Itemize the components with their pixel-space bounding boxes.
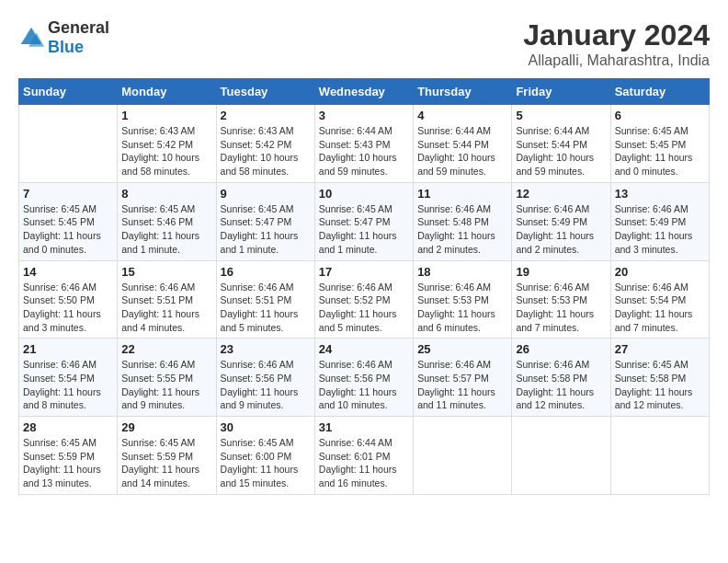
cell-week3-day7: 20Sunrise: 6:46 AM Sunset: 5:54 PM Dayli…	[610, 260, 709, 339]
day-info: Sunrise: 6:45 AM Sunset: 5:59 PM Dayligh…	[23, 436, 113, 490]
cell-week4-day5: 25Sunrise: 6:46 AM Sunset: 5:57 PM Dayli…	[414, 339, 512, 417]
day-number: 26	[516, 342, 606, 356]
day-info: Sunrise: 6:44 AM Sunset: 5:44 PM Dayligh…	[417, 124, 507, 178]
cell-week1-day7: 6Sunrise: 6:45 AM Sunset: 5:45 PM Daylig…	[610, 105, 709, 183]
calendar-table: SundayMondayTuesdayWednesdayThursdayFrid…	[18, 78, 710, 495]
day-number: 11	[417, 187, 507, 201]
cell-week5-day6	[512, 417, 610, 495]
day-number: 20	[615, 265, 705, 279]
header-day-wednesday: Wednesday	[314, 79, 413, 105]
cell-week4-day4: 24Sunrise: 6:46 AM Sunset: 5:56 PM Dayli…	[314, 339, 413, 417]
header-day-tuesday: Tuesday	[216, 79, 314, 105]
day-info: Sunrise: 6:46 AM Sunset: 5:53 PM Dayligh…	[417, 281, 507, 335]
day-number: 19	[516, 265, 606, 279]
day-number: 1	[121, 109, 211, 122]
day-info: Sunrise: 6:44 AM Sunset: 5:43 PM Dayligh…	[319, 124, 409, 178]
logo-text: General Blue	[48, 18, 109, 57]
day-number: 10	[319, 187, 409, 201]
day-number: 5	[516, 109, 606, 122]
cell-week5-day7	[610, 417, 709, 495]
day-number: 23	[221, 342, 311, 356]
day-number: 6	[615, 109, 705, 122]
day-number: 22	[121, 342, 211, 356]
day-info: Sunrise: 6:46 AM Sunset: 5:57 PM Dayligh…	[417, 358, 507, 412]
day-info: Sunrise: 6:46 AM Sunset: 5:55 PM Dayligh…	[121, 358, 211, 412]
day-info: Sunrise: 6:46 AM Sunset: 5:58 PM Dayligh…	[516, 358, 606, 412]
cell-week5-day4: 31Sunrise: 6:44 AM Sunset: 6:01 PM Dayli…	[314, 417, 413, 495]
cell-week1-day5: 4Sunrise: 6:44 AM Sunset: 5:44 PM Daylig…	[414, 105, 512, 183]
cell-week1-day3: 2Sunrise: 6:43 AM Sunset: 5:42 PM Daylig…	[216, 105, 314, 183]
day-info: Sunrise: 6:46 AM Sunset: 5:54 PM Dayligh…	[615, 281, 705, 335]
cell-week4-day3: 23Sunrise: 6:46 AM Sunset: 5:56 PM Dayli…	[216, 339, 314, 417]
day-number: 27	[615, 342, 705, 356]
day-number: 16	[221, 265, 311, 279]
page-header: General Blue January 2024 Allapalli, Mah…	[18, 18, 710, 69]
day-info: Sunrise: 6:46 AM Sunset: 5:52 PM Dayligh…	[319, 281, 409, 335]
day-info: Sunrise: 6:43 AM Sunset: 5:42 PM Dayligh…	[121, 124, 211, 178]
subtitle: Allapalli, Maharashtra, India	[523, 52, 710, 69]
cell-week4-day6: 26Sunrise: 6:46 AM Sunset: 5:58 PM Dayli…	[512, 339, 610, 417]
day-number: 2	[221, 109, 311, 122]
logo-blue: Blue	[48, 38, 84, 56]
day-number: 30	[221, 420, 311, 434]
cell-week2-day5: 11Sunrise: 6:46 AM Sunset: 5:48 PM Dayli…	[414, 182, 512, 260]
day-number: 31	[319, 420, 409, 434]
day-info: Sunrise: 6:45 AM Sunset: 5:45 PM Dayligh…	[615, 124, 705, 178]
week-row-4: 21Sunrise: 6:46 AM Sunset: 5:54 PM Dayli…	[19, 339, 710, 417]
day-info: Sunrise: 6:45 AM Sunset: 5:46 PM Dayligh…	[121, 202, 211, 257]
day-number: 13	[615, 187, 705, 201]
day-info: Sunrise: 6:46 AM Sunset: 5:56 PM Dayligh…	[319, 358, 409, 412]
day-number: 18	[417, 265, 507, 279]
day-info: Sunrise: 6:46 AM Sunset: 5:49 PM Dayligh…	[516, 202, 606, 257]
header-day-monday: Monday	[118, 79, 216, 105]
day-info: Sunrise: 6:45 AM Sunset: 5:58 PM Dayligh…	[615, 358, 705, 412]
header-row: SundayMondayTuesdayWednesdayThursdayFrid…	[19, 79, 710, 105]
week-row-3: 14Sunrise: 6:46 AM Sunset: 5:50 PM Dayli…	[19, 260, 710, 339]
day-info: Sunrise: 6:45 AM Sunset: 5:45 PM Dayligh…	[23, 202, 113, 257]
cell-week2-day3: 9Sunrise: 6:45 AM Sunset: 5:47 PM Daylig…	[216, 182, 314, 260]
header-day-saturday: Saturday	[610, 79, 709, 105]
cell-week3-day2: 15Sunrise: 6:46 AM Sunset: 5:51 PM Dayli…	[118, 260, 216, 339]
cell-week2-day1: 7Sunrise: 6:45 AM Sunset: 5:45 PM Daylig…	[19, 182, 118, 260]
day-number: 21	[23, 342, 113, 356]
day-info: Sunrise: 6:45 AM Sunset: 6:00 PM Dayligh…	[221, 436, 311, 490]
day-info: Sunrise: 6:44 AM Sunset: 5:44 PM Dayligh…	[516, 124, 606, 178]
day-number: 24	[319, 342, 409, 356]
cell-week5-day5	[414, 417, 512, 495]
day-number: 25	[417, 342, 507, 356]
cell-week5-day2: 29Sunrise: 6:45 AM Sunset: 5:59 PM Dayli…	[118, 417, 216, 495]
cell-week3-day1: 14Sunrise: 6:46 AM Sunset: 5:50 PM Dayli…	[19, 260, 118, 339]
cell-week2-day6: 12Sunrise: 6:46 AM Sunset: 5:49 PM Dayli…	[512, 182, 610, 260]
day-info: Sunrise: 6:45 AM Sunset: 5:59 PM Dayligh…	[121, 436, 211, 490]
day-info: Sunrise: 6:44 AM Sunset: 6:01 PM Dayligh…	[319, 436, 409, 490]
day-number: 15	[121, 265, 211, 279]
cell-week5-day3: 30Sunrise: 6:45 AM Sunset: 6:00 PM Dayli…	[216, 417, 314, 495]
day-number: 7	[23, 187, 113, 201]
day-number: 12	[516, 187, 606, 201]
day-number: 4	[417, 109, 507, 122]
cell-week5-day1: 28Sunrise: 6:45 AM Sunset: 5:59 PM Dayli…	[19, 417, 118, 495]
day-info: Sunrise: 6:46 AM Sunset: 5:51 PM Dayligh…	[221, 281, 311, 335]
cell-week2-day2: 8Sunrise: 6:45 AM Sunset: 5:46 PM Daylig…	[118, 182, 216, 260]
title-block: January 2024 Allapalli, Maharashtra, Ind…	[523, 18, 710, 69]
cell-week4-day2: 22Sunrise: 6:46 AM Sunset: 5:55 PM Dayli…	[118, 339, 216, 417]
day-number: 8	[121, 187, 211, 201]
day-number: 29	[121, 420, 211, 434]
day-number: 28	[23, 420, 113, 434]
day-info: Sunrise: 6:45 AM Sunset: 5:47 PM Dayligh…	[319, 202, 409, 257]
logo: General Blue	[18, 18, 109, 57]
header-day-friday: Friday	[512, 79, 610, 105]
day-info: Sunrise: 6:46 AM Sunset: 5:50 PM Dayligh…	[23, 281, 113, 335]
cell-week1-day6: 5Sunrise: 6:44 AM Sunset: 5:44 PM Daylig…	[512, 105, 610, 183]
day-number: 3	[319, 109, 409, 122]
day-info: Sunrise: 6:46 AM Sunset: 5:56 PM Dayligh…	[221, 358, 311, 412]
logo-general: General	[48, 18, 109, 37]
cell-week2-day7: 13Sunrise: 6:46 AM Sunset: 5:49 PM Dayli…	[610, 182, 709, 260]
day-info: Sunrise: 6:46 AM Sunset: 5:51 PM Dayligh…	[121, 281, 211, 335]
day-number: 14	[23, 265, 113, 279]
cell-week1-day2: 1Sunrise: 6:43 AM Sunset: 5:42 PM Daylig…	[118, 105, 216, 183]
day-info: Sunrise: 6:46 AM Sunset: 5:48 PM Dayligh…	[417, 202, 507, 257]
day-info: Sunrise: 6:45 AM Sunset: 5:47 PM Dayligh…	[221, 202, 311, 257]
day-number: 9	[221, 187, 311, 201]
header-day-sunday: Sunday	[19, 79, 118, 105]
